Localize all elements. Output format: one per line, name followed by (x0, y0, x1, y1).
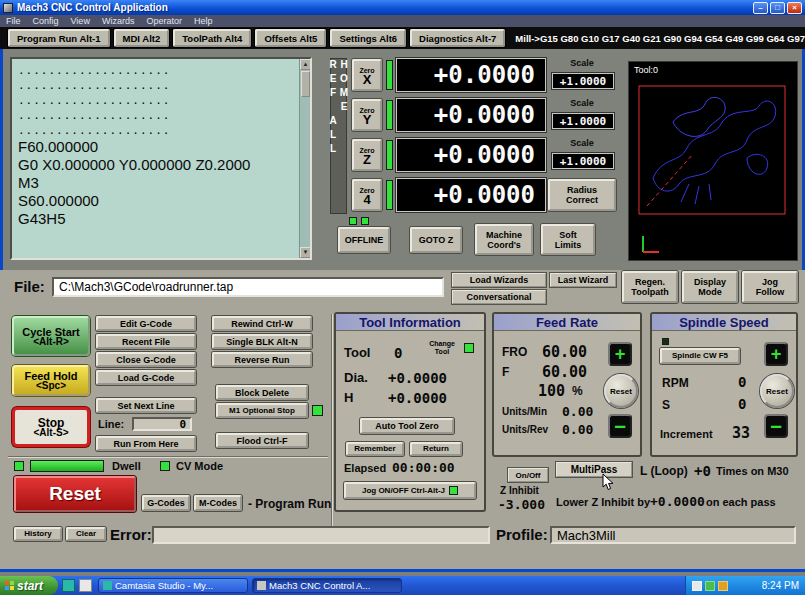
g-codes-button[interactable]: G-Codes (142, 495, 190, 511)
tool-dro[interactable]: 0 (394, 345, 402, 361)
menu-item-operator[interactable]: Operator (146, 16, 182, 26)
fro-dro[interactable]: 60.00 (542, 343, 587, 361)
edit-gcode-button[interactable]: Edit G-Code (96, 316, 196, 331)
zero-4-button[interactable]: Zero 4 (352, 179, 382, 211)
ref-all-home-button[interactable]: REF ALL HOME (330, 58, 347, 214)
recent-file-button[interactable]: Recent File (96, 334, 196, 349)
rewind-button[interactable]: Rewind Ctrl-W (212, 316, 312, 331)
menu-item-help[interactable]: Help (194, 16, 213, 26)
scale-z-dro[interactable]: +1.0000 (552, 153, 614, 169)
tab-offsets[interactable]: Offsets Alt5 (255, 29, 326, 47)
line-value[interactable]: 0 (132, 417, 192, 431)
conversational-button[interactable]: Conversational (452, 290, 546, 304)
task-button-camtasia[interactable]: Camtasia Studio - My... (98, 578, 248, 593)
scale-x-dro[interactable]: +1.0000 (552, 73, 614, 89)
menu-item-file[interactable]: File (6, 16, 21, 26)
load-gcode-button[interactable]: Load G-Code (96, 370, 196, 385)
zero-x-button[interactable]: Zero X (352, 59, 382, 91)
dia-dro[interactable]: +0.0000 (388, 370, 447, 386)
close-gcode-button[interactable]: Close G-Code (96, 352, 196, 367)
flood-button[interactable]: Flood Ctrl-F (216, 433, 308, 448)
z-inhibit-dro[interactable]: -3.000 (498, 497, 545, 512)
feed-hold-button[interactable]: Feed Hold <Spc> (12, 365, 90, 396)
tab-program-run[interactable]: Program Run Alt-1 (8, 29, 110, 47)
start-button[interactable]: start (0, 576, 58, 595)
minimize-button[interactable]: – (753, 2, 768, 14)
gcode-scroll-thumb[interactable] (301, 71, 310, 97)
spindle-cw-button[interactable]: Spindle CW F5 (660, 348, 740, 364)
set-next-line-button[interactable]: Set Next Line (96, 398, 196, 413)
run-from-here-button[interactable]: Run From Here (96, 436, 196, 451)
zero-y-button[interactable]: Zero Y (352, 99, 382, 131)
spindle-plus-button[interactable]: + (764, 342, 788, 366)
tab-diagnostics[interactable]: Diagnostics Alt-7 (410, 29, 505, 47)
single-blk-button[interactable]: Single BLK Alt-N (212, 334, 312, 349)
change-tool-button[interactable]: Change Tool (424, 340, 460, 356)
soft-limits-button[interactable]: Soft Limits (541, 224, 595, 255)
scale-y-dro[interactable]: +1.0000 (552, 113, 614, 129)
axis-z-dro[interactable]: +0.0000 (396, 138, 546, 172)
stop-button[interactable]: Stop <Alt-S> (12, 407, 90, 447)
load-wizards-button[interactable]: Load Wizards (452, 273, 546, 287)
block-delete-button[interactable]: Block Delete (216, 385, 308, 400)
scroll-down-icon[interactable]: ▼ (300, 247, 311, 258)
tab-toolpath[interactable]: ToolPath Alt4 (173, 29, 251, 47)
menu-item-view[interactable]: View (71, 16, 90, 26)
reset-button[interactable]: Reset (14, 476, 136, 512)
spindle-minus-button[interactable]: – (764, 414, 788, 438)
axis-4-dro[interactable]: +0.0000 (396, 178, 546, 212)
tray-icon[interactable] (705, 581, 715, 591)
maximize-button[interactable]: □ (770, 2, 785, 14)
menu-item-config[interactable]: Config (33, 16, 59, 26)
multipass-button[interactable]: MultiPass (556, 462, 632, 477)
jog-follow-button[interactable]: Jog Follow (742, 271, 798, 303)
units-rev-dro[interactable]: 0.00 (562, 422, 593, 437)
display-mode-button[interactable]: Display Mode (682, 271, 738, 303)
cycle-start-button[interactable]: Cycle Start <Alt-R> (12, 316, 90, 356)
titlebar[interactable]: Mach3 CNC Control Application – □ × (0, 0, 805, 15)
quicklaunch-icon[interactable] (62, 579, 75, 592)
tray-icon[interactable] (718, 581, 728, 591)
task-button-mach3[interactable]: Mach3 CNC Control A... (252, 578, 402, 593)
remember-button[interactable]: Remember (346, 442, 404, 456)
h-dro[interactable]: +0.0000 (388, 390, 447, 406)
feed-minus-button[interactable]: – (608, 414, 632, 438)
return-button[interactable]: Return (410, 442, 462, 456)
m-codes-button[interactable]: M-Codes (194, 495, 242, 511)
zero-z-button[interactable]: Zero Z (352, 139, 382, 171)
file-path-field[interactable]: C:\Mach3\GCode\roadrunner.tap (52, 277, 444, 297)
axis-y-dro[interactable]: +0.0000 (396, 98, 546, 132)
quicklaunch-icon[interactable] (79, 579, 92, 592)
rpm-dro[interactable]: 0 (738, 374, 746, 390)
units-min-dro[interactable]: 0.00 (562, 404, 593, 419)
feed-reset-button[interactable]: Reset (604, 374, 638, 408)
clear-button[interactable]: Clear (66, 527, 106, 541)
radius-correct-button[interactable]: Radius Correct (548, 179, 616, 211)
s-dro[interactable]: 0 (738, 396, 746, 412)
spindle-reset-button[interactable]: Reset (760, 374, 794, 408)
on-off-button[interactable]: On/Off (508, 468, 548, 482)
tab-mdi[interactable]: MDI Alt2 (114, 29, 170, 47)
toolpath-display[interactable]: Tool:0 (628, 61, 798, 261)
reverse-run-button[interactable]: Reverse Run (212, 352, 312, 367)
jog-toggle-button[interactable]: Jog ON/OFF Ctrl-Alt-J (344, 482, 476, 499)
auto-tool-zero-button[interactable]: Auto Tool Zero (360, 418, 454, 434)
last-wizard-button[interactable]: Last Wizard (550, 273, 616, 287)
tab-settings[interactable]: Settings Alt6 (330, 29, 406, 47)
f-dro[interactable]: 60.00 (542, 363, 587, 381)
history-button[interactable]: History (14, 527, 62, 541)
goto-z-button[interactable]: GOTO Z (410, 227, 462, 253)
feed-plus-button[interactable]: + (608, 342, 632, 366)
offline-button[interactable]: OFFLINE (338, 227, 390, 253)
close-button[interactable]: × (787, 2, 802, 14)
axis-x-dro[interactable]: +0.0000 (396, 58, 546, 92)
lower-dro[interactable]: +0.0000 (650, 494, 705, 509)
increment-dro[interactable]: 33 (732, 424, 750, 442)
m1-optional-stop-button[interactable]: M1 Optional Stop (216, 403, 308, 418)
gcode-scrollbar[interactable]: ▲ ▼ (299, 59, 310, 258)
tray-icon[interactable] (692, 581, 702, 591)
gcode-window[interactable]: .................... ...................… (10, 57, 312, 260)
loop-dro[interactable]: +0 (694, 463, 711, 479)
machine-coords-button[interactable]: Machine Coord's (475, 224, 533, 255)
regen-toolpath-button[interactable]: Regen. Toolpath (622, 271, 678, 303)
